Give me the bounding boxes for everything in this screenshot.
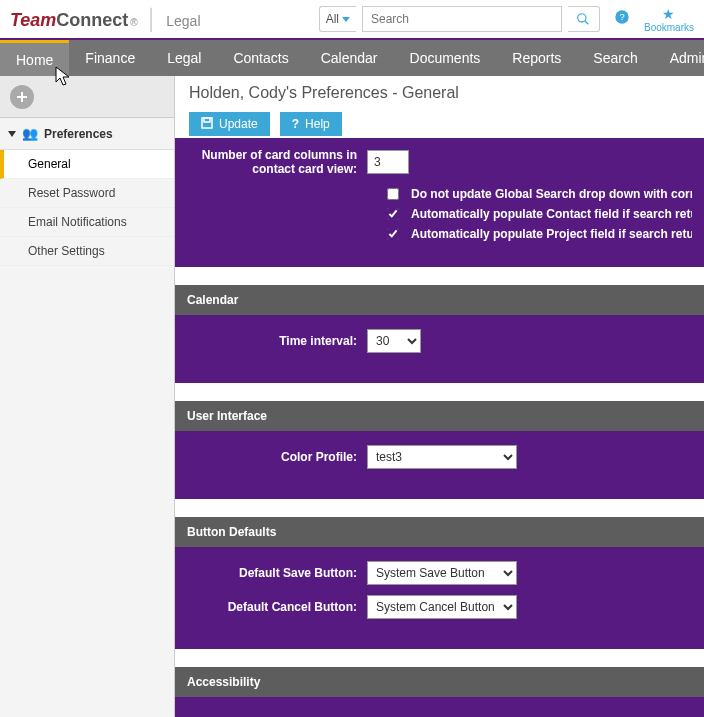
brand-left: Team [10,10,56,31]
plus-icon [16,91,28,103]
default-save-label: Default Save Button: [187,566,367,580]
svg-text:?: ? [619,12,624,22]
default-cancel-label: Default Cancel Button: [187,600,367,614]
sidebar-item-reset-password[interactable]: Reset Password [0,179,174,208]
nav-admin[interactable]: Admin [654,40,704,76]
help-label: Help [305,117,330,131]
nav-calendar-label: Calendar [321,50,378,66]
chk-global-search-label: Do not update Global Search drop down wi… [411,187,692,201]
chk-auto-contact-label: Automatically populate Contact field if … [411,207,692,221]
search-scope-label: All [326,12,339,26]
color-profile-select[interactable]: test3 [367,445,517,469]
brand-right: Connect [56,10,128,31]
bookmarks-link[interactable]: ★ Bookmarks [644,6,694,33]
chk-auto-contact[interactable] [387,208,399,220]
brand-logo: TeamConnect® │ Legal [10,8,201,31]
nav-documents[interactable]: Documents [394,40,497,76]
panel-button-defaults: Button Defaults Default Save Button: Sys… [175,517,704,649]
sidebar-item-label: Email Notifications [28,215,127,229]
panel-accessibility-title: Accessibility [175,667,704,697]
global-search: All ? ★ Bookmarks [319,6,694,33]
nav-finance[interactable]: Finance [69,40,151,76]
help-button[interactable]: ? Help [280,112,342,136]
caret-down-icon [342,17,350,22]
nav-reports-label: Reports [512,50,561,66]
content: Holden, Cody's Preferences - General Upd… [175,76,704,717]
chk-global-search[interactable] [387,188,399,200]
sidebar-item-email-notifications[interactable]: Email Notifications [0,208,174,237]
nav-home-label: Home [16,52,53,68]
main-area: 👥 Preferences General Reset Password Ema… [0,76,704,717]
brand-sub: Legal [166,13,200,29]
card-cols-label: Number of card columns in contact card v… [187,148,367,177]
sidebar: 👥 Preferences General Reset Password Ema… [0,76,175,717]
default-save-select[interactable]: System Save Button [367,561,517,585]
panel-user-interface: User Interface Color Profile: test3 [175,401,704,499]
help-icon[interactable]: ? [614,9,630,29]
sidebar-item-label: General [28,157,71,171]
star-icon: ★ [644,6,694,22]
nav-contacts-label: Contacts [233,50,288,66]
search-icon [576,12,590,26]
update-label: Update [219,117,258,131]
nav-reports[interactable]: Reports [496,40,577,76]
top-bar: TeamConnect® │ Legal All ? ★ Bookmarks [0,0,704,40]
sidebar-group-label: Preferences [44,127,113,141]
panel-button-title: Button Defaults [175,517,704,547]
panel-search-settings: Number of card columns in contact card v… [175,138,704,267]
sidebar-item-other-settings[interactable]: Other Settings [0,237,174,266]
svg-rect-7 [204,118,210,122]
nav-home[interactable]: Home [0,40,69,76]
bookmarks-label: Bookmarks [644,22,694,33]
card-cols-input[interactable] [367,150,409,174]
search-input[interactable] [362,6,562,32]
chk-auto-project[interactable] [387,228,399,240]
page-title: Holden, Cody's Preferences - General [189,84,690,102]
sidebar-group-preferences[interactable]: 👥 Preferences [0,118,174,150]
question-icon: ? [292,117,299,131]
sidebar-item-general[interactable]: General [0,150,174,179]
people-icon: 👥 [22,126,38,141]
time-interval-label: Time interval: [187,334,367,348]
main-nav: Home Finance Legal Contacts Calendar Doc… [0,40,704,76]
color-profile-label: Color Profile: [187,450,367,464]
chk-auto-project-label: Automatically populate Project field if … [411,227,692,241]
panel-calendar-title: Calendar [175,285,704,315]
nav-search[interactable]: Search [577,40,653,76]
brand-divider: │ [146,8,159,31]
svg-point-0 [578,14,586,22]
nav-search-label: Search [593,50,637,66]
nav-contacts[interactable]: Contacts [217,40,304,76]
time-interval-select[interactable]: 30 [367,329,421,353]
triangle-down-icon [8,131,16,137]
nav-legal[interactable]: Legal [151,40,217,76]
sidebar-item-label: Reset Password [28,186,115,200]
panels-container: Number of card columns in contact card v… [175,138,704,717]
nav-legal-label: Legal [167,50,201,66]
nav-admin-label: Admin [670,50,704,66]
save-icon [201,117,213,132]
panel-accessibility: Accessibility Enable accessibility mode [175,667,704,717]
update-button[interactable]: Update [189,112,270,136]
panel-calendar: Calendar Time interval: 30 [175,285,704,383]
add-button[interactable] [10,85,34,109]
sidebar-item-label: Other Settings [28,244,105,258]
search-button[interactable] [568,6,600,32]
nav-finance-label: Finance [85,50,135,66]
search-scope-dropdown[interactable]: All [319,6,356,32]
svg-line-1 [585,21,589,25]
nav-documents-label: Documents [410,50,481,66]
nav-calendar[interactable]: Calendar [305,40,394,76]
brand-reg: ® [130,17,137,28]
default-cancel-select[interactable]: System Cancel Button [367,595,517,619]
panel-ui-title: User Interface [175,401,704,431]
